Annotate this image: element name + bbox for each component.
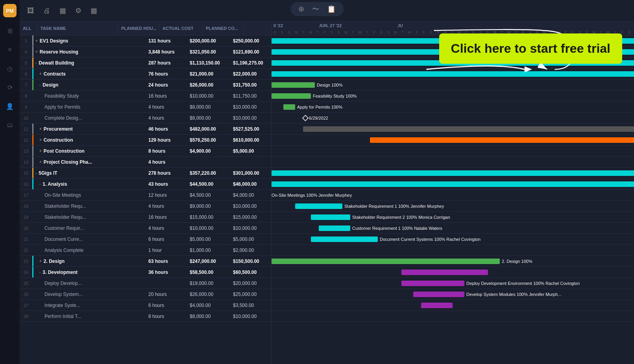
table-row[interactable]: 25Deploy Develop...$19,000.00$20,000.00 — [20, 278, 271, 289]
gantt-row: Stakeholder Requirement 1 100% Jennifer … — [272, 201, 634, 212]
expand-icon[interactable]: + — [39, 149, 42, 153]
expand-icon[interactable]: - — [35, 61, 37, 65]
expand-icon[interactable]: + — [39, 160, 42, 164]
toolbar-icon-grid[interactable]: ▦ — [58, 5, 68, 17]
table-row[interactable]: 19Stakeholder Requ...16 hours$15,000.00$… — [20, 212, 271, 223]
table-row[interactable]: 3+EV1 Designs131 hours$200,000.00$250,00… — [20, 35, 271, 46]
row-task-name[interactable]: Integrate Syste... — [33, 303, 145, 308]
row-task-name[interactable]: +Project Closing Pha... — [33, 159, 145, 165]
gantt-bar — [295, 203, 342, 209]
toolbar-icon-print[interactable]: 🖨 — [42, 5, 52, 17]
expand-icon[interactable]: - — [39, 182, 41, 186]
row-planned-cost: $2,000.00 — [230, 248, 271, 253]
sidebar-item-home[interactable]: ⊞ — [4, 25, 15, 36]
row-task-name[interactable]: -5Gigs IT — [33, 170, 145, 176]
expand-icon[interactable]: + — [39, 72, 42, 76]
row-task-name[interactable]: Customer Requir... — [33, 225, 145, 231]
row-task-name[interactable]: Perform Initial T... — [33, 314, 145, 319]
expand-icon[interactable]: + — [39, 127, 42, 131]
row-task-name[interactable]: Analysis Complete — [33, 248, 145, 253]
table-row[interactable]: 13+Post Construction8 hours$4,900.00$5,0… — [20, 146, 271, 157]
table-row[interactable]: 8Feasibility Study16 hours$10,000.00$11,… — [20, 91, 271, 102]
table-row[interactable]: 22Analysis Complete1 hour$1,000.00$2,000… — [20, 245, 271, 256]
table-row[interactable]: 16-1. Analysis43 hours$44,500.00$46,000.… — [20, 179, 271, 190]
toolbar-icon-settings[interactable]: ⚙ — [74, 5, 83, 17]
expand-icon[interactable]: - — [39, 83, 41, 87]
row-task-name[interactable]: On-Site Meetings — [33, 192, 145, 198]
row-hours: 43 hours — [145, 181, 187, 187]
sidebar-item-team[interactable]: 👤 — [4, 101, 15, 112]
table-row[interactable]: 15-5Gigs IT278 hours$357,220.00$301,000.… — [20, 168, 271, 179]
row-task-name[interactable]: -Design — [33, 82, 145, 88]
gantt-row — [272, 245, 634, 256]
gantt-bar — [272, 82, 315, 88]
table-row[interactable]: 14+Project Closing Pha...4 hours — [20, 157, 271, 168]
row-task-name[interactable]: +Procurement — [33, 126, 145, 132]
app-logo[interactable]: PM — [3, 4, 17, 17]
col-hours: PLANNED HOU... — [118, 22, 159, 35]
row-task-name[interactable]: Stakeholder Requ... — [33, 214, 145, 220]
table-row[interactable]: 5-Dewalt Building287 hours$1,110,150.00$… — [20, 57, 271, 68]
gantt-bar-label: Document Current Systems 100% Rachel Cov… — [380, 237, 481, 242]
row-task-name[interactable]: +Post Construction — [33, 148, 145, 154]
gantt-month-label: JU — [397, 23, 403, 28]
row-task-name[interactable]: +EV1 Designs — [33, 38, 145, 44]
table-row[interactable]: 10Complete Desig...4 hours$8,000.00$10,0… — [20, 113, 271, 124]
row-number: 17 — [20, 193, 32, 198]
row-task-name[interactable]: +Reserve Housing — [33, 49, 145, 55]
table-row[interactable]: 7-Design24 hours$26,000.00$31,750.00 — [20, 79, 271, 91]
row-task-name[interactable]: +Construction — [33, 137, 145, 143]
sidebar-item-list[interactable]: ≡ — [4, 44, 15, 55]
expand-icon[interactable]: + — [35, 50, 38, 54]
row-task-name[interactable]: Deploy Develop... — [33, 281, 145, 286]
table-row[interactable]: 27Integrate Syste...6 hours$4,000.00$3,5… — [20, 300, 271, 311]
table-row[interactable]: 12+Construction129 hours$576,250.00$610,… — [20, 135, 271, 146]
row-task-name[interactable]: Apply for Permits — [33, 104, 145, 110]
table-row[interactable]: 28Perform Initial T...8 hours$8,000.00$1… — [20, 311, 271, 322]
nav-clipboard-icon[interactable]: 📋 — [327, 5, 336, 13]
row-task-name[interactable]: Stakeholder Requ... — [33, 203, 145, 209]
table-row[interactable]: 9Apply for Permits4 hours$8,000.00$10,00… — [20, 102, 271, 113]
expand-icon[interactable]: + — [39, 138, 42, 142]
row-task-name[interactable]: -1. Analysis — [33, 181, 145, 187]
sidebar-item-history[interactable]: ⟳ — [4, 82, 15, 93]
row-number: 3 — [20, 39, 32, 43]
row-task-name[interactable]: Document Curre... — [33, 237, 145, 242]
col-planned: PLANNED CO... — [203, 22, 244, 35]
table-row[interactable]: 11+Procurement46 hours$482,000.00$527,52… — [20, 124, 271, 135]
expand-icon[interactable]: - — [39, 270, 41, 274]
expand-icon[interactable]: + — [39, 259, 42, 263]
table-row[interactable]: 21Document Curre...6 hours$5,000.00$5,00… — [20, 234, 271, 245]
table-row[interactable]: 26Develop System...20 hours$26,000.00$25… — [20, 289, 271, 300]
cta-button[interactable]: Click here to start free trial — [439, 33, 622, 64]
row-planned-cost: $150,500.00 — [230, 259, 271, 264]
table-row[interactable]: 24-3. Development36 hours$58,500.00$60,5… — [20, 267, 271, 278]
table-row[interactable]: 23+2. Design63 hours$247,000.00$150,500.… — [20, 256, 271, 267]
expand-icon[interactable]: + — [35, 39, 38, 43]
toolbar-icon-table[interactable]: ▦ — [89, 5, 99, 17]
row-planned-cost: $11,750.00 — [230, 93, 271, 99]
toolbar-icon-image[interactable]: 🖼 — [26, 5, 36, 17]
gantt-bar — [272, 259, 500, 264]
row-task-name[interactable]: Feasibility Study — [33, 93, 145, 99]
row-number: 16 — [20, 182, 32, 187]
sidebar-item-portfolio[interactable]: 🗂 — [4, 120, 15, 131]
sidebar-item-time[interactable]: ◷ — [4, 63, 15, 74]
row-hours: 131 hours — [145, 38, 187, 44]
nav-activity-icon[interactable]: 〜 — [312, 4, 319, 14]
row-hours: 12 hours — [145, 192, 187, 198]
row-task-name[interactable]: +2. Design — [33, 259, 145, 264]
row-task-name[interactable]: +Contracts — [33, 71, 145, 77]
nav-search-icon[interactable]: ⊕ — [298, 5, 304, 13]
table-row[interactable]: 18Stakeholder Requ...4 hours$9,000.00$10… — [20, 201, 271, 212]
row-task-name[interactable]: Complete Desig... — [33, 115, 145, 121]
table-row[interactable]: 6+Contracts76 hours$21,000.00$22,000.00 — [20, 68, 271, 79]
gantt-row — [272, 300, 634, 311]
row-task-name[interactable]: Develop System... — [33, 292, 145, 297]
row-task-name[interactable]: -3. Development — [33, 270, 145, 275]
row-task-name[interactable]: -Dewalt Building — [33, 60, 145, 66]
expand-icon[interactable]: - — [35, 171, 37, 175]
table-row[interactable]: 17On-Site Meetings12 hours$4,500.00$4,00… — [20, 190, 271, 201]
table-row[interactable]: 4+Reserve Housing3,848 hours$321,050.00$… — [20, 46, 271, 57]
table-row[interactable]: 20Customer Requir...4 hours$10,000.00$10… — [20, 223, 271, 234]
